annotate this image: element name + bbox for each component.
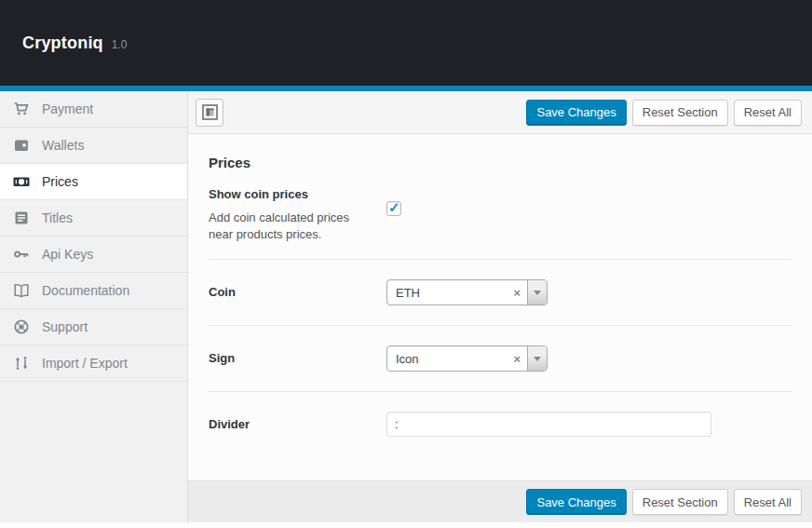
clear-icon[interactable] xyxy=(507,346,527,371)
field-control xyxy=(386,184,792,244)
sidebar-item-wallets[interactable]: Wallets xyxy=(0,128,187,164)
money-icon xyxy=(13,173,30,190)
sidebar-item-prices[interactable]: Prices xyxy=(0,164,187,200)
show-coin-prices-label: Show coin prices Add coin calculated pri… xyxy=(209,184,386,244)
sidebar-item-label: Support xyxy=(42,319,88,334)
top-toolbar: Save Changes Reset Section Reset All xyxy=(188,91,812,134)
coin-select[interactable]: ETH xyxy=(386,279,548,305)
coin-label: Coin xyxy=(209,279,386,305)
sign-select[interactable]: Icon xyxy=(386,345,548,372)
app-header: Cryptoniq 1.0 xyxy=(0,0,812,91)
main-panel: Save Changes Reset Section Reset All Pri… xyxy=(188,91,812,522)
divider-label: Divider xyxy=(209,412,386,438)
sidebar-item-api-keys[interactable]: Api Keys xyxy=(0,237,187,273)
sidebar-item-label: Payment xyxy=(42,102,93,116)
reset-section-button-bottom[interactable]: Reset Section xyxy=(632,489,728,515)
sidebar-item-label: Import / Export xyxy=(42,356,128,371)
field-control: ETH xyxy=(386,279,792,305)
field-row-show-coin-prices: Show coin prices Add coin calculated pri… xyxy=(209,170,792,260)
sidebar-item-support[interactable]: Support xyxy=(0,309,187,345)
sidebar-item-label: Api Keys xyxy=(42,247,93,262)
book-icon xyxy=(13,282,30,299)
sidebar: Payment Wallets Prices Titles Api Keys xyxy=(0,91,188,522)
dropdown-arrow-icon[interactable] xyxy=(527,346,547,371)
top-button-group: Save Changes Reset Section Reset All xyxy=(526,100,802,126)
sign-label: Sign xyxy=(209,345,386,372)
sidebar-item-label: Prices xyxy=(42,174,78,189)
sidebar-item-label: Wallets xyxy=(42,138,84,153)
settings-content: Prices Show coin prices Add coin calcula… xyxy=(188,134,812,481)
field-description: Add coin calculated prices near products… xyxy=(209,210,386,245)
field-row-divider: Divider xyxy=(209,392,792,457)
reset-all-button-bottom[interactable]: Reset All xyxy=(734,489,802,515)
sign-select-value: Icon xyxy=(387,346,507,371)
cart-icon xyxy=(13,101,30,117)
dropdown-arrow-icon[interactable] xyxy=(527,280,547,305)
field-control: Icon xyxy=(386,345,792,372)
titles-icon xyxy=(13,210,30,226)
bottom-toolbar: Save Changes Reset Section Reset All xyxy=(188,481,812,522)
sidebar-item-payment[interactable]: Payment xyxy=(0,91,187,128)
wallet-icon xyxy=(13,137,30,154)
sidebar-item-titles[interactable]: Titles xyxy=(0,200,187,237)
save-changes-button-bottom[interactable]: Save Changes xyxy=(526,489,626,515)
divider-input[interactable] xyxy=(386,412,711,437)
clear-icon[interactable] xyxy=(507,280,527,305)
save-changes-button[interactable]: Save Changes xyxy=(526,100,626,126)
coin-select-value: ETH xyxy=(387,280,507,305)
app-title: Cryptoniq xyxy=(22,34,103,53)
layout-toggle-icon xyxy=(202,104,218,120)
sidebar-item-label: Documentation xyxy=(42,283,129,298)
lifering-icon xyxy=(13,318,30,335)
import-export-icon xyxy=(13,355,30,372)
reset-section-button[interactable]: Reset Section xyxy=(632,100,728,126)
sidebar-item-import-export[interactable]: Import / Export xyxy=(0,345,187,382)
field-control xyxy=(386,412,792,438)
sidebar-item-documentation[interactable]: Documentation xyxy=(0,273,187,309)
show-coin-prices-checkbox[interactable] xyxy=(386,201,401,216)
field-row-coin: Coin ETH xyxy=(209,260,792,326)
page-title: Prices xyxy=(209,134,792,170)
field-label-text: Show coin prices xyxy=(209,186,386,203)
app-version: 1.0 xyxy=(112,34,128,51)
reset-all-button[interactable]: Reset All xyxy=(734,100,802,126)
key-icon xyxy=(13,246,30,263)
app-body: Payment Wallets Prices Titles Api Keys xyxy=(0,91,812,522)
sidebar-item-label: Titles xyxy=(42,210,73,225)
sidebar-toggle-button[interactable] xyxy=(196,99,223,127)
field-row-sign: Sign Icon xyxy=(209,326,792,392)
